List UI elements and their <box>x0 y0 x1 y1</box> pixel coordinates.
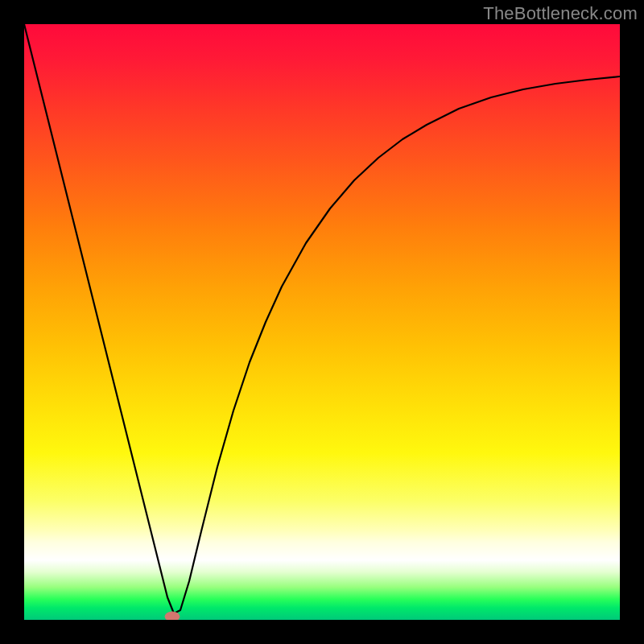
plot-svg <box>24 24 620 620</box>
plot-area <box>24 24 620 620</box>
watermark-text: TheBottleneck.com <box>483 3 638 24</box>
min-marker <box>165 612 180 620</box>
bottleneck-curve <box>24 24 620 613</box>
chart-frame: TheBottleneck.com <box>0 0 644 644</box>
